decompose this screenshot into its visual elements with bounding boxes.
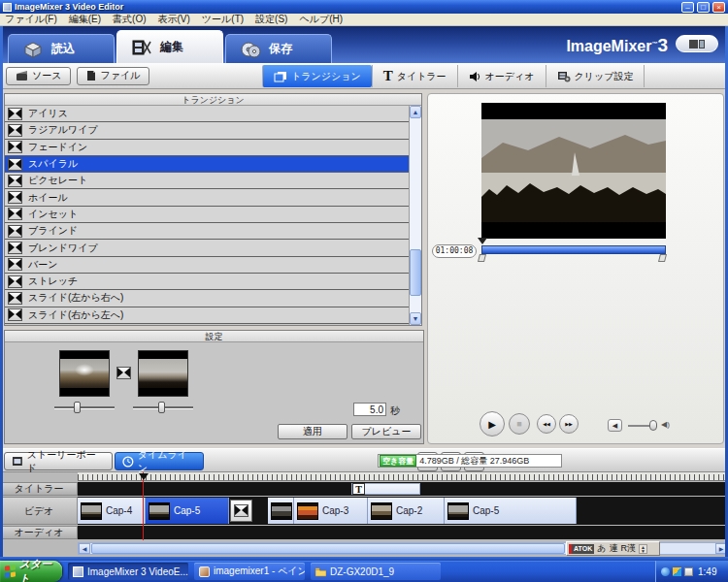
taskbar-item-imagemixer[interactable]: ImageMixer 3 VideoE...: [68, 563, 188, 580]
close-button[interactable]: ×: [712, 2, 725, 13]
menu-help[interactable]: ヘルプ(H): [299, 13, 343, 26]
transition-item-stretch[interactable]: ストレッチ: [5, 274, 409, 290]
transition-item-blend-wipe[interactable]: ブレンドワイプ: [5, 240, 409, 256]
transition-item-blind[interactable]: ブラインド: [5, 223, 409, 240]
timeline-transition-clip[interactable]: [230, 500, 252, 522]
video-clip-cap5-selected[interactable]: Cap-5: [146, 498, 229, 524]
ime-kana-mode[interactable]: R漢: [620, 542, 636, 555]
timeline-playhead-line: [143, 472, 144, 540]
track-video[interactable]: Cap-4 Cap-5 Cap-3 Cap-2 Cap-5: [78, 497, 728, 525]
transition-item-pixelate[interactable]: ピクセレート: [5, 173, 409, 189]
ime-engine-badge[interactable]: ATOK: [569, 544, 594, 554]
transition-icon: [8, 258, 22, 271]
clip-b-trim-slider[interactable]: [133, 401, 193, 414]
transition-item-wheel[interactable]: ホイール: [5, 189, 409, 206]
trim-handle-right[interactable]: [658, 254, 667, 262]
transition-item-fade-in[interactable]: フェードイン: [5, 140, 409, 156]
track-audio[interactable]: [78, 526, 728, 539]
duration-unit-label: 秒: [390, 404, 400, 418]
mode-titler-button[interactable]: T タイトラー: [372, 65, 457, 87]
transition-panel-title: トランジション: [5, 94, 421, 106]
menu-file[interactable]: ファイル(F): [5, 13, 57, 26]
transition-item-slide-ltr[interactable]: スライド(左から右へ): [5, 290, 409, 307]
transition-item-iris[interactable]: アイリス: [5, 106, 409, 122]
panel-toggle-button[interactable]: [676, 35, 718, 52]
windows-flag-icon: [5, 565, 17, 577]
transition-item-radial-wipe[interactable]: ラジアルワイプ: [5, 122, 409, 139]
play-button[interactable]: ▶: [480, 411, 505, 436]
video-clip-cap2[interactable]: Cap-2: [368, 498, 445, 524]
mode-audio-button[interactable]: オーディオ: [457, 65, 546, 87]
slider-knob[interactable]: [158, 402, 165, 413]
disk-capacity-indicator: 空き容量 4.789GB / 総容量 27.946GB: [378, 454, 562, 468]
hscroll-thumb[interactable]: [91, 543, 565, 554]
video-clip-cap5b[interactable]: Cap-5: [445, 498, 577, 524]
tray-messenger-icon[interactable]: [661, 567, 670, 576]
mute-button[interactable]: ◀: [608, 419, 622, 432]
clip-a-thumbnail: [59, 350, 110, 397]
menu-settings[interactable]: 設定(S): [255, 13, 287, 26]
timeline-button[interactable]: タイムライン: [115, 452, 204, 470]
transition-item-burn[interactable]: バーン: [5, 257, 409, 274]
ime-spinner[interactable]: ▲▼: [639, 544, 647, 554]
duration-input[interactable]: 5.0: [353, 403, 386, 416]
mode-clip-settings-button[interactable]: クリップ設定: [546, 65, 645, 87]
taskbar-item-folder[interactable]: DZ-GX20D1_9: [311, 563, 441, 580]
playhead-marker-icon[interactable]: [478, 238, 487, 244]
tab-save[interactable]: 保存: [225, 34, 332, 63]
track-titler[interactable]: T: [78, 482, 728, 496]
menu-view[interactable]: 表示(V): [158, 13, 190, 26]
title-clip[interactable]: T: [351, 483, 420, 495]
maximize-button[interactable]: □: [697, 2, 710, 13]
storyboard-icon: [12, 456, 23, 467]
tab-edit-label: 編集: [160, 39, 183, 55]
tab-save-label: 保存: [269, 41, 292, 57]
start-button[interactable]: スタート: [0, 561, 62, 582]
next-clip-button[interactable]: ▶▶: [559, 414, 579, 434]
scroll-left-icon[interactable]: ◀: [79, 543, 90, 554]
toolbar: ソース ファイル トランジション T タイトラー オーディオ: [0, 63, 728, 89]
video-clip-cap4[interactable]: Cap-4: [78, 498, 146, 524]
ime-conversion-mode[interactable]: 連: [609, 542, 617, 555]
timeline-ruler[interactable]: [78, 472, 728, 481]
scrollbar-thumb[interactable]: [410, 249, 421, 296]
timeline-playhead-icon[interactable]: [139, 473, 149, 480]
transition-item-slide-rtl[interactable]: スライド(右から左へ): [5, 307, 409, 324]
menu-format[interactable]: 書式(O): [113, 13, 146, 26]
video-clip-cap3[interactable]: Cap-3: [294, 498, 368, 524]
settings-panel-title: 設定: [5, 331, 423, 342]
source-label: ソース: [32, 69, 61, 82]
tray-document-icon[interactable]: [684, 567, 693, 576]
transition-item-inset[interactable]: インセット: [5, 207, 409, 223]
slider-knob[interactable]: [74, 402, 81, 413]
scroll-up-icon[interactable]: ▲: [410, 106, 421, 118]
transition-list-scrollbar[interactable]: ▲ ▼: [409, 106, 421, 325]
stop-button[interactable]: ■: [509, 413, 530, 435]
seek-bar[interactable]: [481, 245, 666, 254]
apply-button[interactable]: 適用: [278, 424, 347, 439]
video-clip-short[interactable]: [268, 498, 294, 524]
source-button[interactable]: ソース: [6, 67, 71, 85]
trim-handle-left[interactable]: [478, 254, 486, 262]
mode-transition-button[interactable]: トランジション: [262, 65, 372, 87]
file-button[interactable]: ファイル: [77, 67, 149, 85]
transition-item-spiral-selected[interactable]: スパイラル: [5, 156, 409, 173]
source-icon: [16, 70, 28, 81]
menu-tools[interactable]: ツール(T): [202, 13, 244, 26]
clip-thumbnail: [297, 502, 318, 520]
minimize-button[interactable]: –: [681, 2, 694, 13]
task-label: DZ-GX20D1_9: [330, 566, 394, 577]
tab-edit[interactable]: 編集: [116, 30, 223, 63]
storyboard-button[interactable]: ストーリーボード: [4, 452, 113, 470]
previous-clip-button[interactable]: ◀◀: [537, 414, 556, 434]
track-label-titler: タイトラー: [0, 482, 78, 496]
volume-knob[interactable]: [649, 420, 657, 431]
menu-edit[interactable]: 編集(E): [69, 13, 101, 26]
clip-a-trim-slider[interactable]: [54, 401, 115, 414]
scroll-down-icon[interactable]: ▼: [410, 312, 421, 325]
tab-import[interactable]: 読込: [8, 34, 115, 63]
preview-button[interactable]: プレビュー: [351, 424, 421, 439]
taskbar-item-paint[interactable]: imagemixer1 - ペイント: [194, 563, 305, 580]
tray-display-icon[interactable]: [673, 567, 681, 576]
ime-input-mode[interactable]: あ: [597, 542, 606, 555]
